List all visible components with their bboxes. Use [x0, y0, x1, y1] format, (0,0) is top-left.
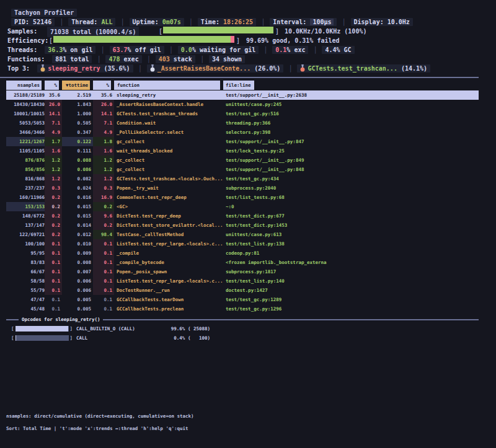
cell-pct-direct: 0.1 — [45, 276, 62, 286]
top3-percent: (35.6%) — [104, 65, 130, 72]
threads-segment: 4.4% GC — [322, 46, 354, 54]
cell-pct-direct: 0.1 — [45, 304, 62, 314]
cell-nsamples: 95/95 — [6, 248, 45, 258]
top3-function-name: sleeping_retry — [48, 65, 104, 72]
threads-segment: 0.0% waiting for gil — [178, 46, 259, 54]
cell-pct-direct: 1.6 — [45, 146, 62, 156]
threads-label: Threads: — [7, 46, 37, 53]
samples-bar-close-bracket: ] — [275, 27, 279, 36]
cell-pct-cumulative: 1.8 — [93, 137, 114, 146]
cell-pct-cumulative: 7.1 — [93, 118, 114, 128]
column-header-pct-cumulative[interactable]: % — [93, 81, 114, 90]
functions-label: Functions: — [7, 56, 45, 63]
footer-keybindings: Sort: Total Time | 't':mode 'x':trends ↔… — [6, 423, 194, 435]
opcode-name: CALL_BUILTIN_O (CALL) — [76, 324, 169, 333]
segment-separator: │ — [97, 56, 100, 63]
table-row[interactable]: 122/697210.20.01298.4TestCase._callTestM… — [6, 230, 479, 239]
functions-value: 34 — [212, 56, 219, 63]
cell-function: _compile — [114, 248, 223, 258]
table-row[interactable]: 55/790.10.0060.1DocTestRunner.__rundocte… — [6, 286, 479, 295]
table-row[interactable]: 18430/1843026.01.84326.0_AssertRaisesBas… — [6, 100, 479, 109]
column-header-file-line[interactable]: file:line — [223, 81, 479, 90]
cell-nsamples: 83/83 — [6, 258, 45, 267]
opcode-bar-fill — [16, 326, 69, 332]
cell-tottime: 0.005 — [62, 304, 93, 314]
efficiency-bar-close-bracket: ] — [236, 36, 240, 45]
table-row[interactable]: 876/8761.20.0881.2gc_collecttest/support… — [6, 156, 479, 165]
cell-function: DictTest.test_store_evilattr.<local... — [114, 221, 223, 230]
table-row[interactable]: 95/950.10.0090.1_compilecodeop.py:81 — [6, 248, 479, 258]
table-row[interactable]: 153/1530.20.0150.2<GC>~:0 — [6, 202, 479, 211]
table-row[interactable]: 237/2370.30.0240.3Popen._try_waitsubproc… — [6, 183, 479, 193]
functions-value: 478 — [108, 56, 120, 63]
cell-pct-direct: 0.2 — [45, 211, 62, 221]
cell-nsamples: 47/47 — [6, 295, 45, 304]
cell-function: gc_collect — [114, 137, 223, 146]
efficiency-summary: 99.69% good, 0.31% failed — [246, 36, 340, 45]
status-value: 0m07s — [162, 19, 181, 25]
cell-function: Popen._posix_spawn — [114, 267, 223, 276]
cell-tottime: 0.088 — [62, 156, 93, 165]
opcode-bar — [16, 335, 69, 341]
functions-segment: 403 stack — [156, 55, 195, 63]
opcode-stat: 99.6% ( 25088) — [169, 324, 210, 333]
table-row[interactable]: 5053/50537.10.5057.1Condition.waitthread… — [6, 118, 479, 128]
table-row[interactable]: 3466/34664.90.3474.9_PollLikeSelector.se… — [6, 128, 479, 137]
status-value: 100µs — [310, 19, 334, 25]
segment-separator: │ — [200, 56, 204, 63]
cell-function: DocTestRunner.__run — [114, 286, 223, 295]
functions-segment: 34 shown — [209, 55, 245, 63]
table-row[interactable]: 1221/12671.70.1221.8gc_collecttest/suppo… — [6, 137, 479, 146]
medal-silver-icon — [150, 64, 155, 74]
cell-pct-cumulative: 98.4 — [93, 230, 114, 239]
status-value: 10.0Hz — [388, 19, 410, 25]
threads-value: 0.1 — [275, 46, 286, 53]
cell-nsamples: 100/100 — [6, 239, 45, 248]
efficiency-label: Efficiency: — [7, 37, 48, 44]
functions-pad — [45, 56, 52, 63]
opcode-bar-open-bracket: [ — [11, 333, 14, 343]
table-row[interactable]: 856/8561.20.0861.2gc_collecttest/support… — [6, 165, 479, 174]
cell-nsamples: 1221/1267 — [6, 137, 45, 146]
cell-tottime: 0.014 — [62, 221, 93, 230]
cell-function: CommonTest.test_repr_deep — [114, 193, 223, 202]
table-row[interactable]: 47/470.10.0050.1GCCallbackTests.tearDown… — [6, 295, 479, 304]
status-label: Uptime: — [133, 19, 162, 25]
cell-nsamples: 10001/10015 — [6, 109, 45, 118]
table-row[interactable]: 1105/11051.60.1111.6wait_threads_blocked… — [6, 146, 479, 156]
medal-bronze-icon — [300, 64, 305, 74]
table-row[interactable]: 816/8681.20.0821.2GCTests.test_trashcan.… — [6, 174, 479, 183]
cell-tottime: 0.005 — [62, 295, 93, 304]
app-title: Tachyon Profiler — [11, 9, 77, 17]
column-header-pct-direct[interactable]: % — [45, 81, 62, 90]
table-row[interactable]: 83/830.10.0080.1_compile_bytecode<frozen… — [6, 258, 479, 267]
table-row[interactable]: 148/67720.20.0159.6DictTest.test_repr_de… — [6, 211, 479, 221]
cell-function: sleeping_retry — [114, 90, 223, 100]
cell-file-line: test/test_list.py:138 — [223, 239, 479, 248]
status-bar: PID: 52146│Thread: ALL│Uptime: 0m07s│Tim… — [0, 17, 496, 27]
cell-nsamples: 3466/3466 — [6, 128, 45, 137]
table-row[interactable]: 10001/1001514.11.00014.1GCTests.test_tra… — [6, 109, 479, 118]
cell-pct-cumulative: 9.6 — [93, 211, 114, 221]
cell-tottime: 0.347 — [62, 128, 93, 137]
table-row[interactable]: 137/1470.20.0140.2DictTest.test_store_ev… — [6, 221, 479, 230]
cell-function: DictTest.test_repr_deep — [114, 211, 223, 221]
table-row[interactable]: 100/1000.10.0100.1ListTest.test_repr_lar… — [6, 239, 479, 248]
selected-row-arrow-icon: ▶ — [1, 90, 3, 100]
table-row[interactable]: 45/480.10.0050.1GCCallbackTests.preclean… — [6, 304, 479, 314]
top3-function-name: _AssertRaisesBaseConte... — [157, 65, 255, 72]
column-header-tottime-sorted[interactable]: ▼tottime — [62, 81, 93, 90]
cell-pct-direct: 0.2 — [45, 193, 62, 202]
table-row[interactable]: 58/580.10.0060.1ListTest.test_repr_large… — [6, 276, 479, 286]
table-row[interactable]: 160/119660.20.01616.9CommonTest.test_rep… — [6, 193, 479, 202]
segment-separator: │ — [169, 46, 173, 53]
cell-file-line: test/support/__init__.py:847 — [223, 137, 479, 146]
column-header-function[interactable]: function — [114, 81, 223, 90]
table-row[interactable]: ▶25188/2518935.62.51935.6sleeping_retryt… — [6, 90, 479, 100]
top3-item: _AssertRaisesBaseConte... (26.0%) — [147, 64, 284, 72]
cell-pct-cumulative: 4.9 — [93, 128, 114, 137]
table-row[interactable]: 66/670.10.0070.1Popen._posix_spawnsubpro… — [6, 267, 479, 276]
segment-separator: │ — [60, 19, 63, 25]
column-header-nsamples[interactable]: nsamples — [6, 81, 45, 90]
functions-segment: 881 total — [52, 55, 92, 63]
